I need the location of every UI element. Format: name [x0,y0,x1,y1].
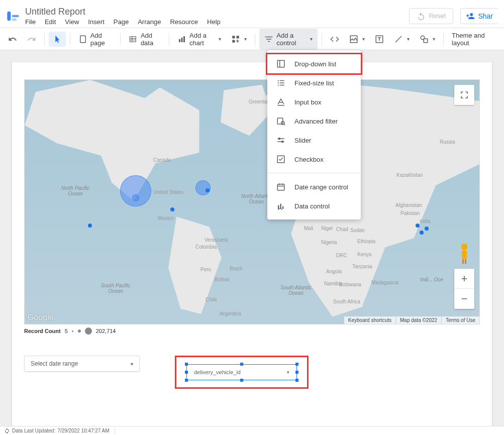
menu-label: Fixed-size list [294,79,334,87]
svg-rect-12 [237,36,239,38]
add-control-label: Add a control [276,32,306,47]
menu-item-slider[interactable]: Slider [267,131,361,150]
select-tool[interactable] [49,32,66,47]
menu-view[interactable]: View [65,18,79,26]
add-data-label: Add data [141,32,161,47]
menu-label: Slider [294,137,311,144]
svg-rect-9 [181,38,183,42]
person-add-icon [466,12,475,21]
google-logo: Google [28,313,54,322]
menu-page[interactable]: Page [114,18,129,26]
resize-handle[interactable] [185,371,188,374]
data-control-icon [276,201,285,210]
map-label: India [420,219,431,224]
menu-item-input-box[interactable]: Input box [267,92,361,112]
menu-resource[interactable]: Resource [170,18,198,26]
controls-row: Select date range ▾ delivery_vehicle_id … [24,356,480,389]
legend-title: Record Count [24,328,61,334]
add-page-label: Add page [90,32,112,47]
community-vis-button[interactable]: ▾ [227,32,251,47]
svg-rect-39 [277,184,284,190]
reset-button[interactable]: Reset [409,8,453,24]
chevron-down-icon: ▾ [244,36,247,42]
map-point [170,207,174,211]
menu-item-checkbox[interactable]: Checkbox [267,150,361,169]
add-chart-button[interactable]: Add a chart▾ [173,29,225,50]
canvas-area: Greenland Iceland North Pacific Ocean No… [0,50,504,426]
menu-help[interactable]: Help [207,18,221,26]
document-title[interactable]: Untitled Report [25,7,409,17]
dropdown-control-selected[interactable]: delivery_vehicle_id ▾ [186,364,297,380]
zoom-in-button[interactable]: + [454,269,474,289]
resize-handle[interactable] [295,363,298,366]
text-button[interactable] [371,32,388,47]
svg-rect-21 [465,259,466,264]
menu-item-dropdown-list[interactable]: Drop-down list [267,54,361,73]
resize-handle[interactable] [295,371,298,374]
svg-line-33 [284,124,285,125]
resize-handle[interactable] [295,379,298,382]
resize-handle[interactable] [240,379,243,382]
list-icon [276,78,285,87]
undo-button[interactable] [4,32,21,47]
resize-handle[interactable] [240,363,243,366]
line-button[interactable]: ▾ [390,32,414,47]
menu-edit[interactable]: Edit [45,18,56,26]
fullscreen-button[interactable] [454,85,474,105]
resize-handle[interactable] [185,379,188,382]
map-label: Venezuela [205,237,228,243]
annotation-highlight: delivery_vehicle_id ▾ [175,356,309,389]
legend-dot-small-icon [78,330,81,333]
status-label: Data Last Updated: [12,428,55,433]
svg-rect-11 [233,36,235,38]
resize-handle[interactable] [185,363,188,366]
svg-rect-3 [80,36,85,43]
share-label: Shar [478,12,493,20]
menu-file[interactable]: File [25,18,36,26]
map-point [416,224,420,228]
terms-link[interactable]: Terms of Use [441,316,479,324]
keyboard-shortcuts-link[interactable]: Keyboard shortcuts [344,316,395,324]
menu-label: Data control [294,202,330,210]
add-data-button[interactable]: Add data [125,29,165,50]
redo-button[interactable] [23,32,40,47]
map-chart[interactable]: Greenland Iceland North Pacific Ocean No… [24,79,480,324]
pegman-icon[interactable] [457,243,472,261]
map-bubble [120,175,151,206]
date-range-control[interactable]: Select date range ▾ [24,356,140,372]
menu-item-fixed-list[interactable]: Fixed-size list [267,73,361,92]
cursor-icon [53,35,62,44]
menu-item-data-control[interactable]: Data control [267,196,361,215]
refresh-icon[interactable] [4,428,10,434]
menu-item-date-range[interactable]: Date range control [267,177,361,196]
grid-plus-icon [231,35,240,44]
redo-arrow-icon [27,35,36,44]
theme-layout-button[interactable]: Theme and layout [448,29,500,50]
svg-rect-17 [424,39,428,43]
map-label: Sudan [350,228,365,233]
menu-arrange[interactable]: Arrange [138,18,161,26]
app-logo-icon [6,9,20,23]
add-control-button[interactable]: Add a control▾ [259,29,318,50]
database-plus-icon [129,35,138,44]
report-page[interactable]: Greenland Iceland North Pacific Ocean No… [12,62,492,426]
theme-label: Theme and layout [452,32,496,47]
shape-button[interactable]: ▾ [416,32,439,47]
svg-point-18 [461,244,468,250]
add-page-button[interactable]: Add page [74,29,116,50]
app-header: Untitled Report File Edit View Insert Pa… [0,0,504,28]
menu-label: Advanced filter [294,118,338,125]
legend-min: 5 [65,328,68,334]
menu-insert[interactable]: Insert [88,18,105,26]
field-label: delivery_vehicle_id [194,369,241,375]
map-label: South Pacific Ocean [98,283,133,294]
svg-rect-22 [277,60,284,67]
image-button[interactable]: ▾ [345,32,369,47]
svg-rect-43 [278,205,279,209]
zoom-out-button[interactable]: − [454,289,474,309]
svg-rect-29 [280,85,284,86]
menu-item-advanced-filter[interactable]: Advanced filter [267,112,361,131]
map-label: Madagascar [371,280,399,285]
embed-button[interactable] [326,32,343,47]
share-button[interactable]: Shar [460,8,498,24]
